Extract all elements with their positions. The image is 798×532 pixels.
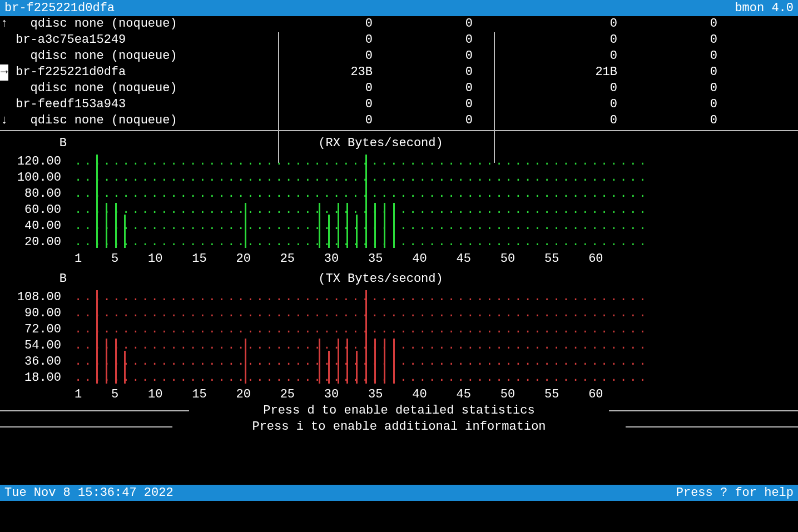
stat-rx_pkts: 0 — [389, 113, 489, 129]
interface-name: → br-f225221d0dfa — [0, 64, 278, 81]
y-tick: 18.00 — [16, 370, 61, 386]
stat-tx_bytes: 0 — [489, 32, 634, 48]
rx-x-axis: 1 5 10 15 20 25 30 35 40 45 50 55 60 — [75, 251, 798, 267]
stat-rx_bytes: 0 — [278, 32, 389, 48]
stat-rx_pkts: 0 — [389, 97, 489, 113]
tx-x-axis: 1 5 10 15 20 25 30 35 40 45 50 55 60 — [75, 387, 798, 403]
gridline: ........................................… — [75, 218, 631, 235]
tx-graph-section: B (TX Bytes/second) 108.00..............… — [0, 267, 798, 402]
stat-rx_pkts: 0 — [389, 64, 489, 81]
y-tick: 120.00 — [16, 154, 61, 170]
stat-tx_bytes: 0 — [489, 48, 634, 64]
stat-rx_bytes: 0 — [278, 16, 389, 32]
titlebar: br-f225221d0dfa bmon 4.0 — [0, 0, 798, 16]
stat-tx_pkts: 0 — [634, 97, 734, 113]
gridline: ........................................… — [75, 370, 631, 386]
gridline: ........................................… — [75, 170, 631, 186]
column-divider — [278, 32, 279, 163]
stat-tx_bytes: 0 — [489, 113, 634, 129]
interface-row[interactable]: qdisc none (noqueue)0000 — [0, 81, 798, 97]
tx-graph: 108.00..................................… — [21, 290, 798, 387]
stat-tx_pkts: 0 — [634, 64, 734, 81]
y-tick: 20.00 — [16, 235, 61, 251]
y-tick: 90.00 — [16, 306, 61, 322]
column-divider — [494, 32, 495, 163]
stat-tx_bytes: 0 — [489, 81, 634, 97]
stat-tx_pkts: 0 — [634, 113, 734, 129]
rx-graph-section: B (RX Bytes/second) 120.00..............… — [0, 131, 798, 267]
y-tick: 80.00 — [16, 186, 61, 202]
stat-rx_bytes: 0 — [278, 48, 389, 64]
gridline: ........................................… — [75, 290, 631, 306]
stat-rx_pkts: 0 — [389, 81, 489, 97]
y-tick: 108.00 — [16, 290, 61, 306]
interface-row[interactable]: qdisc none (noqueue)0000 — [0, 48, 798, 64]
interface-name: br-feedf153a943 — [0, 97, 278, 113]
tx-graph-title: (TX Bytes/second) — [75, 271, 798, 287]
y-tick: 54.00 — [16, 338, 61, 354]
rx-unit-label: B — [0, 136, 75, 152]
title-version: bmon 4.0 — [735, 0, 794, 16]
rx-graph-title: (RX Bytes/second) — [75, 136, 798, 152]
interface-name: qdisc none (noqueue) — [0, 48, 278, 64]
gridline: ........................................… — [75, 154, 631, 170]
stat-tx_bytes: 0 — [489, 16, 634, 32]
hint-detailed: Press d to enable detailed statistics — [0, 402, 798, 419]
interface-name: ↓ qdisc none (noqueue) — [0, 113, 278, 129]
status-help: Press ? for help — [676, 485, 794, 501]
y-tick: 36.00 — [16, 354, 61, 370]
interface-name: ↑ qdisc none (noqueue) — [0, 16, 278, 32]
gridline: ........................................… — [75, 322, 631, 338]
stat-rx_pkts: 0 — [389, 48, 489, 64]
stat-tx_bytes: 0 — [489, 97, 634, 113]
stat-rx_pkts: 0 — [389, 32, 489, 48]
title-interface: br-f225221d0dfa — [4, 0, 115, 16]
gridline: ........................................… — [75, 235, 631, 251]
stat-rx_bytes: 0 — [278, 97, 389, 113]
stat-rx_pkts: 0 — [389, 16, 489, 32]
interface-row[interactable]: ↑ qdisc none (noqueue)0000 — [0, 16, 798, 32]
interface-list[interactable]: ↑ qdisc none (noqueue)0000 br-a3c75ea152… — [0, 16, 798, 131]
hint-additional: Press i to enable additional information — [0, 419, 798, 435]
y-tick: 40.00 — [16, 218, 61, 235]
gridline: ........................................… — [75, 338, 631, 354]
stat-tx_bytes: 21B — [489, 64, 634, 81]
gridline: ........................................… — [75, 354, 631, 370]
rx-graph: 120.00..................................… — [21, 154, 798, 251]
stat-rx_bytes: 0 — [278, 81, 389, 97]
status-datetime: Tue Nov 8 15:36:47 2022 — [4, 485, 174, 501]
tx-unit-label: B — [0, 271, 75, 287]
interface-row[interactable]: → br-f225221d0dfa23B021B0 — [0, 64, 798, 81]
interface-row[interactable]: br-a3c75ea152490000 — [0, 32, 798, 48]
gridline: ........................................… — [75, 202, 631, 218]
y-tick: 72.00 — [16, 322, 61, 338]
stat-tx_pkts: 0 — [634, 16, 734, 32]
y-tick: 60.00 — [16, 202, 61, 218]
gridline: ........................................… — [75, 306, 631, 322]
stat-rx_bytes: 23B — [278, 64, 389, 81]
interface-name: br-a3c75ea15249 — [0, 32, 278, 48]
y-tick: 100.00 — [16, 170, 61, 186]
interface-row[interactable]: ↓ qdisc none (noqueue)0000 — [0, 113, 798, 129]
stat-rx_bytes: 0 — [278, 113, 389, 129]
interface-name: qdisc none (noqueue) — [0, 81, 278, 97]
interface-row[interactable]: br-feedf153a9430000 — [0, 97, 798, 113]
stat-tx_pkts: 0 — [634, 32, 734, 48]
statusbar: Tue Nov 8 15:36:47 2022 Press ? for help — [0, 485, 798, 501]
gridline: ........................................… — [75, 186, 631, 202]
stat-tx_pkts: 0 — [634, 81, 734, 97]
stat-tx_pkts: 0 — [634, 48, 734, 64]
